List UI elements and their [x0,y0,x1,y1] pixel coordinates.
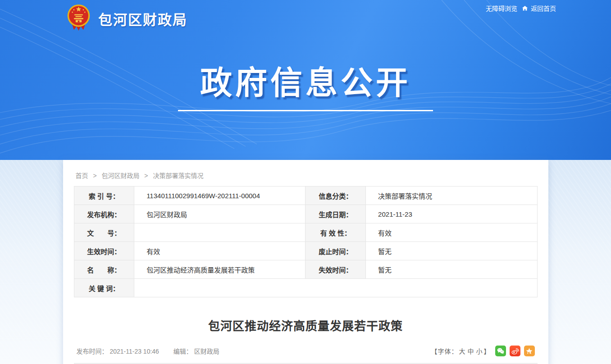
editor-value: 区财政局 [194,348,219,355]
field-value-publisher: 包河区财政局 [134,205,306,223]
breadcrumb: 首页 > 包河区财政局 > 决策部署落实情况 [74,160,538,186]
field-label-validity: 有 效 性： [306,223,366,242]
field-value-generate-date: 2021-11-23 [366,205,537,223]
field-label-abolish-time: 废止时间： [306,242,366,260]
editor-label: 编辑： [173,348,192,355]
field-label-publisher: 发布机构： [74,205,134,223]
article-meta: 发布时间： 2021-11-23 10:46 编辑： 区财政局 [77,346,219,355]
field-value-doc-number [134,223,306,242]
field-label-generate-date: 生成日期： [306,205,366,223]
font-size-small-button[interactable]: 小 [476,348,483,355]
content-divider [74,363,538,364]
banner-underline [178,110,433,111]
field-label-doc-number: 文 号： [74,223,134,242]
home-link[interactable]: 返回首页 [521,4,556,13]
publish-time-value: 2021-11-23 10:46 [109,348,159,355]
accessibility-link[interactable]: 无障碍浏览 [486,4,517,13]
font-size-prefix: 【字体： [431,348,458,355]
field-label-index-number: 索 引 号： [74,187,134,205]
article-tools: 【字体：大中小】 [431,346,535,356]
field-label-info-category: 信息分类： [306,187,366,205]
breadcrumb-home[interactable]: 首页 [76,172,88,179]
site-brand[interactable]: 包河区财政局 [65,3,187,32]
home-link-label: 返回首页 [531,4,556,13]
weibo-icon [511,347,519,355]
field-label-name: 名 称： [74,260,134,279]
breadcrumb-bureau[interactable]: 包河区财政局 [101,172,139,179]
field-value-expiry-time: 暂无 [366,260,537,279]
breadcrumb-separator: > [93,172,96,179]
font-size-suffix: 】 [484,348,491,355]
breadcrumb-separator: > [144,172,148,179]
content-card: 首页 > 包河区财政局 > 决策部署落实情况 索 引 号： 1134011100… [63,160,548,364]
publish-time-label: 发布时间： [77,348,108,355]
font-size-large-button[interactable]: 大 [459,348,466,355]
field-label-keywords: 关 键 词： [74,279,134,297]
breadcrumb-current: 决策部署落实情况 [153,172,203,179]
table-row: 生效时间： 有效 废止时间： 暂无 [74,242,537,260]
field-value-keywords [134,279,537,297]
document-info-table: 索 引 号： 11340111002991469W-202111-00004 信… [74,186,538,297]
table-row: 名 称： 包河区推动经济高质量发展若干政策 失效时间： 暂无 [74,260,537,279]
article-title: 包河区推动经济高质量发展若干政策 [74,317,538,333]
field-label-expiry-time: 失效时间： [306,260,366,279]
banner-title-block: 政府信息公开 [0,57,611,111]
weibo-share-button[interactable] [510,346,520,356]
table-row: 发布机构： 包河区财政局 生成日期： 2021-11-23 [74,205,537,223]
font-size-medium-button[interactable]: 中 [468,348,474,355]
font-size-control: 【字体：大中小】 [431,346,491,355]
site-name: 包河区财政局 [98,9,187,29]
page-banner: 无障碍浏览 返回首页 包河区财政局 政府信息公开 [0,0,611,160]
national-emblem-logo [65,3,92,32]
table-row: 文 号： 有 效 性： 有效 [74,223,537,242]
field-label-effective-time: 生效时间： [74,242,134,260]
home-icon [521,5,529,12]
qzone-favorite-button[interactable] [524,346,535,356]
star-icon [525,347,533,355]
table-row: 关 键 词： [74,279,537,297]
field-value-name: 包河区推动经济高质量发展若干政策 [134,260,306,279]
topbar: 无障碍浏览 返回首页 [486,4,556,13]
field-value-index-number: 11340111002991469W-202111-00004 [134,187,306,205]
field-value-info-category: 决策部署落实情况 [366,187,537,205]
field-value-abolish-time: 暂无 [366,242,537,260]
field-value-effective-time: 有效 [134,242,306,260]
table-row: 索 引 号： 11340111002991469W-202111-00004 信… [74,187,537,205]
banner-title: 政府信息公开 [0,57,611,103]
wechat-share-button[interactable] [495,346,506,356]
article-meta-row: 发布时间： 2021-11-23 10:46 编辑： 区财政局 【字体：大中小】 [74,346,538,356]
field-value-validity: 有效 [366,223,537,242]
wechat-icon [497,347,505,355]
share-buttons [495,346,535,356]
